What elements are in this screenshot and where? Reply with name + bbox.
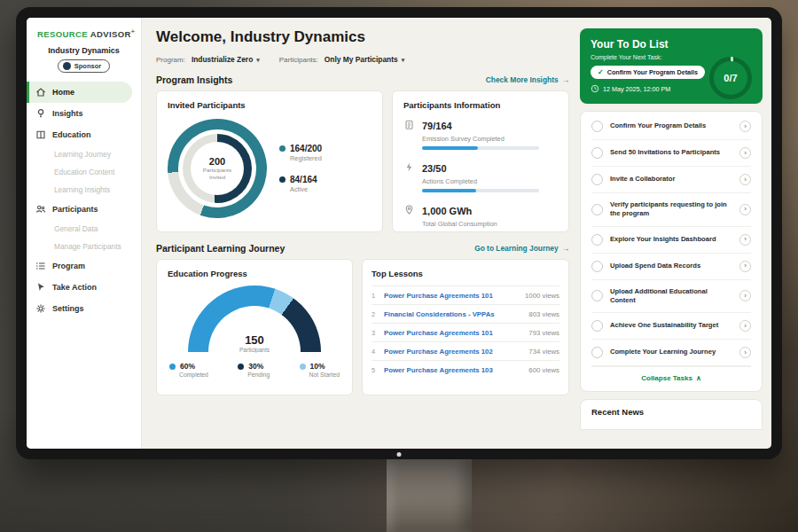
sidebar-item-participants[interactable]: Participants: [27, 199, 141, 220]
people-icon: [35, 204, 46, 215]
gear-icon: [35, 303, 46, 314]
card-title: Top Lessons: [372, 269, 559, 278]
chevron-right-icon[interactable]: ›: [739, 290, 751, 301]
lesson-link[interactable]: Financial Considerations - VPPAs: [384, 310, 523, 318]
bolt-icon: [403, 160, 415, 172]
arrow-right-icon: →: [562, 75, 569, 84]
task-label: Invite a Collaborator: [610, 175, 732, 184]
chevron-right-icon[interactable]: ›: [739, 121, 751, 132]
legend-value: 84/164: [290, 175, 317, 184]
section-title: Program Insights: [156, 74, 232, 85]
task-checkbox[interactable]: [591, 347, 603, 358]
sidebar-item-label: Program: [52, 262, 85, 270]
sidebar-item-settings[interactable]: Settings: [27, 298, 141, 319]
lesson-views: 793 views: [528, 329, 559, 337]
chevron-right-icon[interactable]: ›: [739, 204, 751, 215]
lesson-views: 803 views: [528, 310, 559, 318]
todo-panel: Your To Do List Complete Your Next Task:…: [580, 18, 771, 449]
progress-bar: [422, 189, 539, 192]
task-checkbox[interactable]: [591, 320, 603, 332]
legend-value: 164/200: [290, 144, 322, 153]
sidebar-item-education[interactable]: Education: [27, 124, 141, 145]
lesson-views: 600 views: [528, 366, 559, 374]
chevron-right-icon[interactable]: ›: [739, 347, 751, 358]
sidebar-item-manage-participants[interactable]: Manage Participants: [27, 238, 141, 255]
task-checkbox[interactable]: [591, 290, 603, 301]
pending-dot: [238, 364, 244, 370]
legend-label: Not Started: [309, 372, 340, 378]
collapse-tasks-button[interactable]: Collapse Tasks ∧: [591, 366, 751, 387]
insights-cards-row: Invited Participants 200 Participants In…: [156, 90, 569, 232]
sidebar-item-insights[interactable]: Insights: [27, 103, 141, 124]
learning-cards-row: Education Progress 150 Participants 60% …: [156, 259, 569, 395]
cursor-icon: [35, 282, 46, 293]
sidebar-item-label: Home: [52, 88, 74, 97]
participants-select[interactable]: Only My Participants ▾: [325, 55, 404, 64]
task-checkbox[interactable]: [591, 121, 603, 132]
sidebar-item-education-content[interactable]: Education Content: [27, 163, 141, 181]
sidebar-item-general-data[interactable]: General Data: [27, 220, 141, 238]
stat-value: 1,000 GWh: [422, 206, 472, 216]
education-progress-card: Education Progress 150 Participants 60% …: [156, 259, 353, 395]
arrow-right-icon: →: [562, 244, 569, 253]
task-row[interactable]: Send 50 Invitations to Participants ›: [591, 140, 751, 167]
sidebar-item-program[interactable]: Program: [27, 255, 141, 277]
legend-value: 30%: [248, 362, 263, 371]
education-gauge-chart: 150 Participants: [188, 286, 321, 353]
todo-due-label: 12 May 2025, 12:00 PM: [603, 85, 670, 93]
sidebar-subitem-label: Manage Participants: [54, 242, 121, 251]
task-checkbox[interactable]: [591, 204, 603, 215]
chevron-right-icon[interactable]: ›: [739, 261, 751, 272]
task-row[interactable]: Upload Spend Data Records ›: [591, 254, 751, 280]
stat-row: 79/164 Emission Survey Completed: [403, 117, 558, 150]
invited-participants-card: Invited Participants 200 Participants In…: [156, 90, 383, 232]
invited-donut-chart: 200 Participants Invited: [168, 119, 267, 218]
stat-label: Total Global Consumption: [422, 220, 497, 228]
chevron-right-icon[interactable]: ›: [739, 320, 751, 332]
chevron-right-icon[interactable]: ›: [739, 174, 751, 185]
stat-label: Emission Survey Completed: [422, 135, 539, 143]
task-checkbox[interactable]: [591, 147, 603, 159]
go-to-learning-journey-link[interactable]: Go to Learning Journey →: [474, 244, 569, 253]
next-task-pill[interactable]: ✓ Confirm Your Program Details: [591, 66, 705, 79]
stat-label: Actions Completed: [422, 177, 539, 185]
todo-summary-card: Your To Do List Complete Your Next Task:…: [580, 28, 763, 104]
registered-dot: [279, 145, 286, 152]
chevron-right-icon[interactable]: ›: [739, 234, 751, 246]
lesson-row: 3 Power Purchase Agreements 101 793 view…: [372, 323, 559, 341]
program-filter-label: Program:: [156, 56, 185, 64]
lesson-link[interactable]: Power Purchase Agreements 103: [384, 366, 523, 374]
task-row[interactable]: Verify participants requesting to join t…: [591, 193, 751, 227]
lesson-link[interactable]: Power Purchase Agreements 102: [384, 348, 523, 356]
program-insights-header: Program Insights Check More Insights →: [156, 74, 569, 85]
task-row[interactable]: Explore Your Insights Dashboard ›: [591, 227, 751, 254]
recent-news-card[interactable]: Recent News: [580, 399, 763, 430]
task-checkbox[interactable]: [591, 234, 603, 246]
task-row[interactable]: Complete Your Learning Journey ›: [591, 340, 751, 366]
lesson-rank: 2: [372, 310, 379, 318]
check-more-insights-link[interactable]: Check More Insights →: [486, 75, 569, 84]
chevron-right-icon[interactable]: ›: [739, 147, 751, 159]
task-row[interactable]: Confirm Your Program Details ›: [591, 113, 751, 140]
task-checkbox[interactable]: [591, 261, 603, 272]
stat-value: 23/50: [422, 163, 447, 174]
program-select[interactable]: Industrialize Zero ▾: [192, 55, 260, 64]
task-row[interactable]: Upload Additional Educational Content ›: [591, 280, 751, 314]
task-label: Confirm Your Program Details: [610, 121, 732, 130]
clipboard-icon: [403, 118, 415, 129]
legend-item: 164/200 Registered: [279, 144, 322, 162]
sidebar-item-learning-journey[interactable]: Learning Journey: [27, 145, 141, 163]
sidebar-item-learning-insights[interactable]: Learning Insights: [27, 181, 141, 199]
sidebar-item-home[interactable]: Home: [27, 82, 132, 103]
sidebar-subitem-label: General Data: [54, 224, 98, 233]
task-checkbox[interactable]: [591, 174, 603, 185]
lesson-link[interactable]: Power Purchase Agreements 101: [384, 329, 523, 337]
legend-label: Registered: [290, 154, 322, 162]
sponsor-badge[interactable]: Sponsor: [58, 59, 110, 73]
task-label: Explore Your Insights Dashboard: [610, 235, 732, 244]
task-row[interactable]: Invite a Collaborator ›: [591, 167, 751, 193]
task-row[interactable]: Achieve One Sustainability Target ›: [591, 313, 751, 340]
lesson-link[interactable]: Power Purchase Agreements 101: [384, 292, 520, 300]
sidebar-item-take-action[interactable]: Take Action: [27, 277, 141, 298]
card-title: Education Progress: [168, 269, 341, 278]
